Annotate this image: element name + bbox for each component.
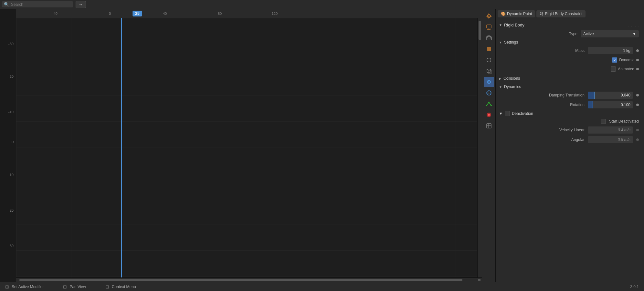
mass-dot (636, 49, 639, 52)
tab-rigid-body-constraint[interactable]: ⛓ Rigid Body Constraint (536, 10, 586, 17)
y-axis-strip: 30 20 10 0 -10 -20 -30 (0, 18, 16, 277)
settings-subsection: ▼ Settings Mass 1 kg (496, 39, 644, 74)
rotation-input[interactable]: 0.100 (588, 101, 633, 108)
dynamic-label: Dynamic (619, 58, 634, 62)
rigid-body-section-header[interactable]: ▼ Rigid Body ⋮⋮⋮⋮ (496, 21, 644, 29)
current-frame-indicator[interactable]: 25 (132, 11, 142, 16)
rigid-body-constraint-icon: ⛓ (540, 12, 544, 16)
pan-view-icon: ⊡ (63, 284, 67, 289)
angular-row: Angular 0.5 m/s (496, 135, 644, 145)
dynamics-chevron: ▼ (499, 85, 502, 89)
mass-row: Mass 1 kg (496, 46, 644, 55)
deactivation-label: Deactivation (512, 111, 533, 116)
properties-tabs: 🎨 Dynamic Paint ⛓ Rigid Body Constraint (496, 9, 644, 19)
y-label-0: 0 (12, 140, 14, 144)
deactivation-header[interactable]: ▼ Deactivation (496, 110, 644, 117)
dynamic-paint-icon: 🎨 (501, 12, 506, 16)
velocity-linear-dot (636, 129, 639, 131)
scrollbar-v-thumb[interactable] (479, 21, 481, 40)
dynamic-dot (636, 59, 639, 61)
status-context-menu: ⊟ Context Menu (105, 284, 136, 289)
main-area: -40 0 25 40 80 120 30 20 10 0 -10 -20 -3… (0, 9, 644, 282)
sidebar-item-scene[interactable] (484, 44, 494, 54)
search-box[interactable]: 🔍 (2, 1, 73, 7)
sidebar-item-view-layer[interactable] (484, 33, 494, 43)
y-label-minus20: -20 (8, 75, 14, 78)
ruler: -40 0 25 40 80 120 (0, 9, 482, 18)
status-pan-view: ⊡ Pan View (63, 284, 86, 289)
start-deactivated-label: Start Deactivated (609, 119, 639, 124)
settings-chevron: ▼ (499, 41, 502, 44)
graph-canvas-wrapper: 30 20 10 0 -10 -20 -30 (0, 18, 482, 277)
sidebar-item-world[interactable] (484, 55, 494, 65)
start-deactivated-checkbox[interactable] (601, 119, 606, 124)
rotation-value: 0.100 (588, 101, 633, 108)
current-frame-line (121, 18, 122, 277)
y-label-10: 10 (10, 173, 14, 177)
dynamics-header[interactable]: ▼ Dynamics (496, 83, 644, 90)
svg-rect-16 (487, 47, 491, 51)
settings-label: Settings (504, 40, 518, 45)
sidebar-item-output[interactable] (484, 22, 494, 32)
damping-translation-row: Damping Translation 0.040 (496, 90, 644, 100)
collisions-header[interactable]: ▶ Collisions (496, 75, 644, 82)
zero-line (16, 153, 477, 153)
ruler-tick-0: 0 (109, 12, 111, 15)
deactivation-toggle[interactable] (505, 111, 510, 116)
ruler-labels: -40 0 25 40 80 120 (0, 9, 482, 18)
y-label-minus10: -10 (8, 110, 14, 114)
scrollbar-h-thumb[interactable] (19, 279, 462, 281)
damping-translation-input[interactable]: 0.040 (588, 92, 633, 99)
dynamic-checkbox[interactable]: ✓ (612, 57, 617, 63)
mass-input[interactable]: 1 kg (588, 47, 633, 54)
section-drag-handle: ⋮⋮⋮⋮ (627, 23, 641, 27)
type-value: Active (583, 32, 594, 36)
status-bar: ⊞ Set Active Modifier ⊡ Pan View ⊟ Conte… (0, 282, 644, 291)
constraints-icon (486, 101, 492, 107)
scrollbar-right-end (478, 279, 480, 281)
type-label: Type (569, 32, 577, 36)
velocity-linear-label: Velocity Linear (559, 128, 585, 132)
settings-header[interactable]: ▼ Settings (496, 39, 644, 46)
search-icon: 🔍 (4, 2, 9, 7)
type-dropdown[interactable]: Active ▼ (581, 30, 639, 37)
damping-translation-label: Damping Translation (549, 93, 585, 97)
set-active-label: Set Active Modifier (12, 285, 44, 289)
tab-dynamic-paint[interactable]: 🎨 Dynamic Paint (498, 10, 535, 17)
search-input[interactable] (11, 2, 71, 7)
sidebar-item-render[interactable] (484, 11, 494, 21)
type-dropdown-arrow: ▼ (632, 32, 636, 36)
scrollbar-h[interactable] (0, 277, 482, 282)
y-label-30: 30 (10, 244, 14, 248)
scene-icon (486, 46, 492, 52)
world-icon (486, 57, 492, 63)
pan-view-label: Pan View (69, 285, 86, 289)
svg-point-31 (488, 114, 490, 116)
rigid-body-chevron: ▼ (499, 23, 502, 27)
sidebar-item-constraints[interactable] (484, 99, 494, 109)
animated-checkbox[interactable] (611, 66, 616, 72)
sidebar-item-object[interactable] (484, 66, 494, 76)
material-icon (486, 123, 492, 129)
object-icon (486, 68, 492, 74)
status-set-active: ⊞ Set Active Modifier (5, 284, 44, 289)
dynamic-checkbox-wrapper: ✓ Dynamic (612, 57, 634, 63)
angular-input[interactable]: 0.5 m/s (588, 136, 633, 143)
sidebar-item-particles[interactable] (484, 77, 494, 87)
scrollbar-v[interactable] (477, 18, 482, 277)
sidebar-item-material[interactable] (484, 121, 494, 131)
sidebar-item-data[interactable] (484, 110, 494, 120)
ruler-tick-80: 80 (218, 12, 222, 15)
mass-label: Mass (575, 48, 585, 53)
ruler-tick-minus40: -40 (52, 12, 58, 15)
svg-point-5 (488, 15, 490, 17)
graph-canvas[interactable] (16, 18, 477, 277)
arrows-button[interactable]: ↔ (76, 1, 86, 8)
svg-rect-3 (16, 18, 477, 277)
sidebar-item-physics[interactable] (484, 88, 494, 98)
physics-icon (486, 90, 492, 96)
velocity-linear-input[interactable]: 0.4 m/s (588, 126, 633, 134)
dynamic-row: ✓ Dynamic (496, 55, 644, 65)
svg-point-27 (488, 102, 490, 103)
y-label-20: 20 (10, 208, 14, 212)
